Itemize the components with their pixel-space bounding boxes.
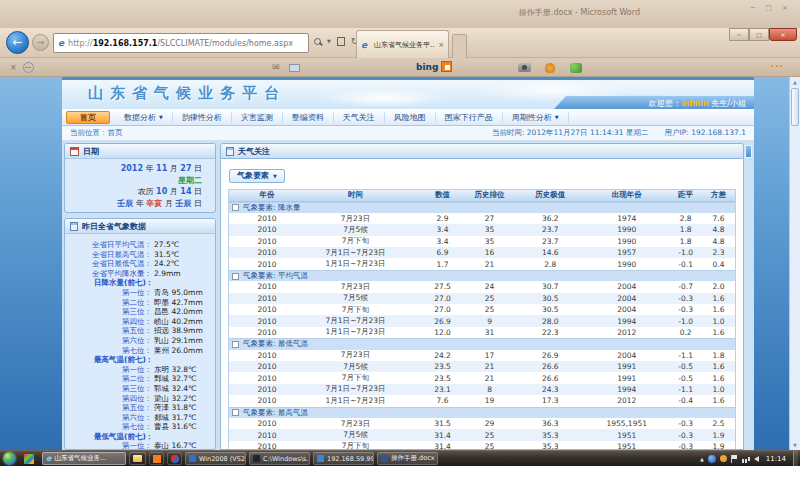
table-cell: 31.4 (422, 442, 462, 450)
table-row[interactable]: 20107月5候3.43523.719901.84.8 (229, 224, 735, 235)
pinned-app-icon[interactable] (24, 454, 34, 464)
card-icon[interactable] (289, 64, 300, 72)
section-checkbox[interactable] (232, 204, 239, 211)
table-row[interactable]: 20107月下旬31.42535.31951-0.31.9 (229, 441, 735, 450)
address-bar[interactable]: e http://192.168.157.1/SLCCLIMATE/module… (53, 33, 309, 53)
table-row[interactable]: 20107月下旬23.52126.61991-0.51.6 (229, 372, 735, 383)
show-desktop-button[interactable] (793, 451, 798, 467)
section-checkbox[interactable] (232, 341, 239, 348)
nav-item-5[interactable]: 整编资料 (283, 112, 334, 123)
rank-value: 郯城 31.7℃ (154, 413, 197, 422)
table-row[interactable]: 20107月5候27.02530.52004-0.31.6 (229, 293, 735, 304)
nav-item-7[interactable]: 风险地图 (385, 112, 436, 123)
nav-item-label: 风险地图 (394, 112, 426, 123)
table-row[interactable]: 20107月下旬3.43523.719901.84.8 (229, 236, 735, 247)
taskbar-task-button-3[interactable]: 192.168.59.99... (313, 452, 374, 465)
more-options-icon[interactable]: ··· (771, 61, 784, 71)
table-row[interactable]: 20101月1日~7月23日1.7212.81990-0.10.4 (229, 258, 735, 269)
table-row[interactable]: 20107月1日~7月23日6.91614.61957-1.02.3 (229, 247, 735, 258)
table-row[interactable]: 20107月5候31.42535.31951-0.31.9 (229, 429, 735, 440)
date-segment: 壬辰 (175, 199, 191, 208)
nav-item-9[interactable]: 周期性分析▼ (503, 112, 569, 123)
weather-element-dropdown[interactable]: 气象要素 ▼ (229, 169, 285, 183)
taskbar-clock[interactable]: 11:14 (766, 455, 786, 463)
chevron-down-icon: ▼ (159, 112, 163, 123)
nav-item-4[interactable]: 灾害监测 (232, 112, 283, 123)
taskbar-app-button-2[interactable] (167, 452, 182, 465)
mail-icon[interactable]: ✉ (272, 62, 280, 72)
browser-tab[interactable]: e 山东省气候业务平... × (356, 30, 449, 58)
table-row[interactable]: 20107月23日24.21726.92004-1.11.8 (229, 350, 735, 361)
system-tray: ▲ 11:14 (700, 451, 800, 467)
nav-item-2[interactable]: 数据分析▼ (115, 112, 173, 123)
table-row[interactable]: 20107月5候23.52126.61991-0.51.6 (229, 361, 735, 372)
table-row[interactable]: 20101月1日~7月23日12.03122.320120.21.6 (229, 327, 735, 338)
back-button[interactable]: ← (6, 31, 29, 54)
section-row: 气象要素: 降水量 (229, 202, 735, 213)
close-button[interactable]: × (769, 28, 797, 41)
section-checkbox[interactable] (232, 273, 239, 280)
people-plugin-icon[interactable] (570, 63, 582, 73)
table-row[interactable]: 20107月1日~7月23日23.1824.31994-1.11.0 (229, 384, 735, 395)
scroll-up-icon[interactable]: ▲ (790, 77, 800, 87)
browser-command-bar: × ✉ bing ··· (0, 59, 800, 77)
document-icon (70, 222, 78, 231)
compatibility-view-icon[interactable] (337, 37, 345, 46)
task-button-label: Win2008 (VS2... (199, 455, 246, 463)
forward-button[interactable]: → (32, 34, 49, 51)
network-status-icon[interactable] (742, 455, 750, 463)
table-cell: 27.0 (422, 294, 462, 303)
paw-plugin-icon[interactable] (545, 63, 555, 73)
nav-item-8[interactable]: 国家下行产品 (436, 112, 503, 123)
date-segment: 14 (180, 187, 191, 196)
start-button[interactable] (3, 452, 16, 465)
new-tab-button[interactable] (452, 34, 467, 58)
section-checkbox[interactable] (232, 409, 239, 416)
table-row[interactable]: 20101月1日~7月23日7.61917.32012-0.41.6 (229, 395, 735, 406)
media-app-icon (171, 455, 179, 463)
chevron-down-icon[interactable]: ▼ (327, 38, 331, 44)
taskbar-task-button-2[interactable]: C:\Windows\s... (249, 452, 310, 465)
page-scrollbar[interactable]: ▲ ▼ (789, 77, 800, 450)
camera-plugin-icon[interactable] (518, 63, 531, 72)
scroll-down-icon[interactable]: ▼ (790, 440, 800, 450)
scrollbar-thumb[interactable] (791, 88, 799, 126)
tray-expand-icon[interactable]: ▲ (700, 456, 704, 462)
taskbar-ie-button[interactable]: e 山东省气候业务... (42, 452, 126, 465)
maximize-button[interactable]: □ (749, 28, 769, 41)
section-row: 气象要素: 平均气温 (229, 270, 735, 281)
taskbar-task-button-1[interactable]: Win2008 (VS2... (185, 452, 246, 465)
table-row[interactable]: 20107月1日~7月23日26.9928.01994-1.01.0 (229, 315, 735, 326)
nav-item-6[interactable]: 天气关注 (334, 112, 385, 123)
search-icon[interactable] (314, 38, 321, 45)
rank-line: 第五位：菏泽 31.8℃ (68, 403, 212, 413)
minimize-button[interactable]: ─ (729, 28, 749, 41)
date-line-4: 壬辰 年 辛亥 月 壬辰 日 (70, 198, 202, 210)
table-cell: 27.0 (422, 305, 462, 314)
tab-close-icon[interactable]: × (438, 41, 444, 49)
bing-logo[interactable]: bing (416, 61, 452, 72)
network-globe-icon[interactable] (708, 455, 716, 463)
url-text[interactable]: http://192.168.157.1/SLCCLIMATE/modules/… (68, 39, 293, 48)
table-row[interactable]: 20107月23日2.92736.219742.87.6 (229, 213, 735, 224)
table-row[interactable]: 20107月下旬27.02530.52004-0.31.6 (229, 304, 735, 315)
rank-line: 第二位：鄄城 32.7℃ (68, 374, 212, 384)
taskbar-app-button-1[interactable] (149, 452, 164, 465)
taskbar-task-button-4[interactable]: 操作手册.docx ... (377, 452, 438, 465)
main-panel-title: 天气关注 (238, 146, 270, 157)
table-row[interactable]: 20107月23日27.52430.72004-0.72.0 (229, 281, 735, 292)
taskbar-explorer-button[interactable] (129, 452, 146, 465)
action-center-flag-icon[interactable] (731, 455, 738, 463)
table-cell: 7月1日~7月23日 (289, 248, 423, 258)
collapse-button[interactable] (745, 145, 752, 158)
tray-app-icon[interactable] (720, 455, 727, 462)
volume-icon[interactable] (754, 456, 759, 462)
close-pane-icon[interactable]: × (10, 63, 17, 72)
table-row[interactable]: 20107月23日31.52936.31955,1951-0.32.5 (229, 418, 735, 429)
table-cell: 1994 (584, 385, 669, 394)
nav-item-1[interactable]: 首页 (66, 111, 110, 124)
chevron-down-icon: ▼ (555, 112, 559, 123)
stat-value: 2.9mm (154, 269, 181, 278)
nav-item-3[interactable]: 韵律性分析 (173, 112, 232, 123)
table-cell: 2.8 (669, 214, 702, 223)
